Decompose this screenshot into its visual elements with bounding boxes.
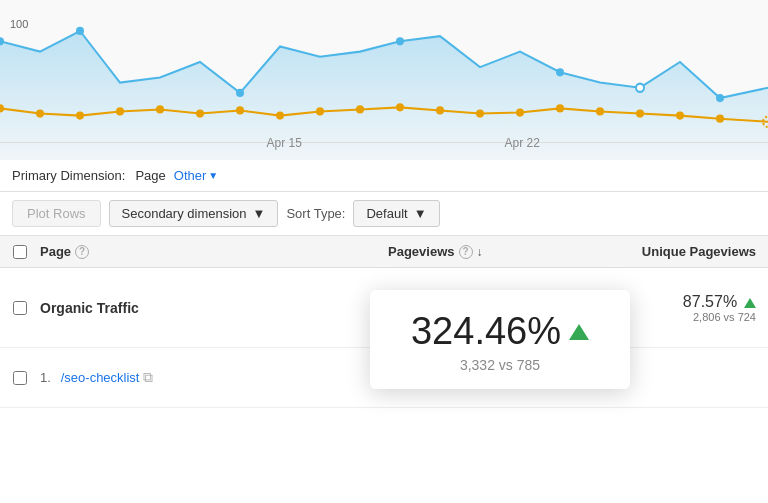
sort-default-label: Default — [366, 206, 407, 221]
page-header-label: Page — [40, 244, 71, 259]
organic-traffic-label: Organic Traffic — [40, 300, 139, 316]
chart-svg — [0, 0, 768, 160]
page-help-icon[interactable]: ? — [75, 245, 89, 259]
orange-dot — [556, 104, 564, 112]
unique-pageviews-header-label: Unique Pageviews — [642, 244, 756, 259]
seo-page-link[interactable]: /seo-checklist — [61, 370, 140, 385]
other-label: Other — [174, 168, 207, 183]
orange-dot — [316, 107, 324, 115]
orange-dot — [596, 107, 604, 115]
pageviews-help-icon[interactable]: ? — [459, 245, 473, 259]
orange-dot — [636, 109, 644, 117]
tooltip-sub-value: 3,332 vs 785 — [394, 357, 606, 373]
sort-chevron-icon: ▼ — [414, 206, 427, 221]
row-checkbox[interactable] — [13, 371, 27, 385]
secondary-dim-chevron-icon: ▼ — [253, 206, 266, 221]
row-number: 1. — [40, 370, 51, 385]
orange-dot — [396, 103, 404, 111]
blue-dot — [396, 37, 404, 45]
plot-rows-button[interactable]: Plot Rows — [12, 200, 101, 227]
sort-default-button[interactable]: Default ▼ — [353, 200, 439, 227]
seo-page-cell: 1. /seo-checklist ⧉ — [40, 359, 388, 396]
sort-type-label: Sort Type: — [286, 206, 345, 221]
row-checkbox-cell — [0, 301, 40, 315]
blue-dot-hollow — [636, 84, 644, 92]
blue-dot — [76, 27, 84, 35]
row-checkbox-cell — [0, 371, 40, 385]
blue-dot — [556, 68, 564, 76]
sort-arrow-icon[interactable]: ↓ — [477, 245, 483, 259]
orange-dot — [36, 109, 44, 117]
chart-y-label: 100 — [10, 18, 28, 30]
header-pageviews: Pageviews ? ↓ — [388, 244, 588, 259]
primary-dimension-label: Primary Dimension: — [12, 168, 125, 183]
primary-dimension-row: Primary Dimension: Page Other ▼ — [0, 160, 768, 192]
other-dimension-button[interactable]: Other ▼ — [174, 168, 218, 183]
secondary-dimension-button[interactable]: Secondary dimension ▼ — [109, 200, 279, 227]
select-all-checkbox[interactable] — [13, 245, 27, 259]
copy-icon[interactable]: ⧉ — [143, 369, 153, 385]
up-arrow-icon — [744, 298, 756, 308]
table-header: Page ? Pageviews ? ↓ Unique Pageviews — [0, 236, 768, 268]
header-page: Page ? — [40, 244, 388, 259]
comparison-tooltip: 324.46% 3,332 vs 785 — [370, 290, 630, 389]
orange-dot — [276, 111, 284, 119]
chevron-down-icon: ▼ — [208, 170, 218, 181]
secondary-dim-label: Secondary dimension — [122, 206, 247, 221]
toolbar-row: Plot Rows Secondary dimension ▼ Sort Typ… — [0, 192, 768, 236]
chart-area: 100 — [0, 0, 768, 160]
tooltip-up-arrow-icon — [569, 324, 589, 340]
orange-dot — [236, 106, 244, 114]
organic-traffic-cell: Organic Traffic — [40, 290, 388, 326]
unique-pct-value: 87.57% — [683, 293, 737, 310]
row-checkbox[interactable] — [13, 301, 27, 315]
blue-dot — [236, 89, 244, 97]
header-checkbox-cell — [0, 245, 40, 259]
orange-dot — [356, 105, 364, 113]
pageviews-header-label: Pageviews — [388, 244, 455, 259]
chart-label-apr22: Apr 22 — [505, 136, 540, 150]
orange-dot — [196, 109, 204, 117]
orange-dot — [716, 115, 724, 123]
orange-dot — [156, 105, 164, 113]
orange-dot — [476, 109, 484, 117]
blue-area — [0, 31, 768, 160]
blue-dot — [716, 94, 724, 102]
page-dimension-label: Page — [135, 168, 165, 183]
orange-dot — [676, 111, 684, 119]
chart-label-apr15: Apr 15 — [266, 136, 301, 150]
tooltip-percentage: 324.46% — [411, 310, 561, 353]
tooltip-main-value-row: 324.46% — [394, 310, 606, 353]
orange-dot — [76, 111, 84, 119]
orange-dot — [516, 108, 524, 116]
orange-dot — [116, 107, 124, 115]
header-unique-pageviews: Unique Pageviews — [588, 244, 768, 259]
orange-dot — [436, 106, 444, 114]
